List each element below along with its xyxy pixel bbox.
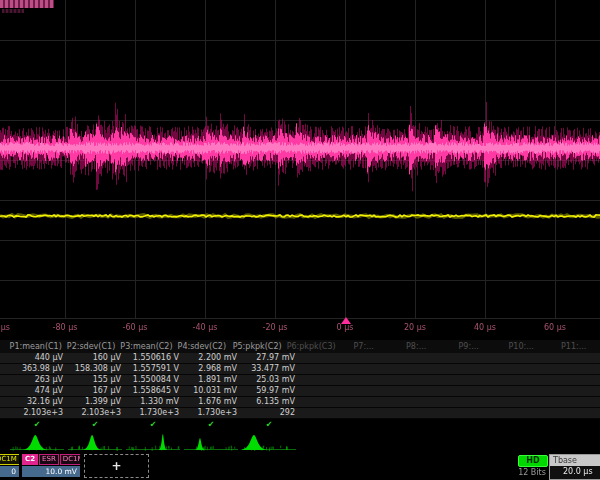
measurement-header[interactable]: P1:mean(C1) <box>8 340 63 353</box>
measurement-value: 1.730e+3 <box>124 408 182 418</box>
time-axis-label: 40 µs <box>474 323 496 332</box>
measure-table-row: 474 µV167 µV1.558645 V10.031 mV59.97 mV <box>0 386 600 397</box>
time-axis-label: -40 µs <box>193 323 218 332</box>
time-axis-label: 0 µs <box>337 323 354 332</box>
measurement-header-dim[interactable]: P11:... <box>547 340 600 353</box>
measurement-value: 1.730e+3 <box>182 408 240 418</box>
measure-table: P1:mean(C1)P2:sdev(C1)P3:mean(C2)P4:sdev… <box>0 340 600 431</box>
time-axis-label: -60 µs <box>123 323 148 332</box>
measurement-header[interactable]: P5:pkpk(C2) <box>230 340 285 353</box>
measure-table-row: 263 µV155 µV1.550084 V1.891 mV25.03 mV <box>0 375 600 386</box>
measurement-value: 160 µV <box>66 353 124 363</box>
measurement-value: 27.97 mV <box>240 353 298 363</box>
timebase-descriptor[interactable]: Tbase 20.0 µs <box>549 454 600 480</box>
measurement-value: 440 µV <box>8 353 66 363</box>
measurement-value: 25.03 mV <box>240 375 298 385</box>
measurement-value: 1.550616 V <box>124 353 182 363</box>
waveform-grid[interactable] <box>0 0 600 320</box>
plus-icon: + <box>111 459 121 473</box>
measure-table-row: 32.16 µV1.399 µV1.330 mV1.676 mV6.135 mV <box>0 397 600 408</box>
channel-c1-descriptor[interactable]: DC1M 0 mV <box>0 454 19 478</box>
measurement-header[interactable]: P2:sdev(C1) <box>63 340 118 353</box>
measurement-value: 263 µV <box>8 375 66 385</box>
measurement-value: 6.135 mV <box>240 397 298 407</box>
measurement-value: 158.308 µV <box>66 364 124 374</box>
measurement-value: 1.891 mV <box>182 375 240 385</box>
measurement-value: 32.16 µV <box>8 397 66 407</box>
trace-annotation-label <box>0 0 54 8</box>
time-axis-label: -20 µs <box>263 323 288 332</box>
hd-bits-label: 12 Bits <box>513 468 551 477</box>
time-axis-label: -80 µs <box>53 323 78 332</box>
measurement-value: 1.676 mV <box>182 397 240 407</box>
measure-table-row: 363.98 µV158.308 µV1.557591 V2.968 mV33.… <box>0 364 600 375</box>
timebase-scale-value: 20.0 µs <box>550 466 600 478</box>
time-axis-label: -100 µs <box>0 323 10 332</box>
time-axis-label: 20 µs <box>404 323 426 332</box>
measurement-header[interactable]: P3:mean(C2) <box>119 340 174 353</box>
measurement-value: 59.97 mV <box>240 386 298 396</box>
measurement-value: 1.399 µV <box>66 397 124 407</box>
timebase-title: Tbase <box>550 455 600 466</box>
measurement-value: 2.103e+3 <box>8 408 66 418</box>
measurement-value: 474 µV <box>8 386 66 396</box>
measurement-value: 2.103e+3 <box>66 408 124 418</box>
channel-c2-descriptor[interactable]: C2 ESR DC1M 10.0 mV <box>22 454 80 478</box>
measurement-header-dim[interactable]: P9:... <box>442 340 495 353</box>
measurement-histicons[interactable] <box>0 428 600 452</box>
measure-table-header-row: P1:mean(C1)P2:sdev(C1)P3:mean(C2)P4:sdev… <box>0 340 600 353</box>
measure-table-row: 2.103e+32.103e+31.730e+31.730e+3292 <box>0 408 600 419</box>
measurement-value: 2.200 mV <box>182 353 240 363</box>
measurement-value: 1.558645 V <box>124 386 182 396</box>
measurement-header-dim[interactable]: P7:... <box>337 340 390 353</box>
c2-scale-value: 10.0 mV <box>22 466 80 477</box>
measurement-value: 1.557591 V <box>124 364 182 374</box>
c2-channel-badge: C2 <box>22 454 38 465</box>
time-axis-label: 60 µs <box>544 323 566 332</box>
measurement-value: 167 µV <box>66 386 124 396</box>
measurement-value: 363.98 µV <box>8 364 66 374</box>
measurement-value: 1.550084 V <box>124 375 182 385</box>
add-trace-button[interactable]: + <box>84 454 149 478</box>
c2-coupling-badge: DC1M <box>60 454 80 465</box>
measurement-value: 33.477 mV <box>240 364 298 374</box>
c1-scale-value: 0 mV <box>0 466 19 477</box>
measurement-value: 1.330 mV <box>124 397 182 407</box>
measurement-header-dim[interactable]: P6:pkpk(C3) <box>285 340 338 353</box>
measurement-header-dim[interactable]: P8:... <box>390 340 443 353</box>
measurement-value: 10.031 mV <box>182 386 240 396</box>
measurement-value: 2.968 mV <box>182 364 240 374</box>
measurement-header[interactable]: P4:sdev(C2) <box>174 340 229 353</box>
trace-annotation-sub <box>2 9 24 13</box>
c2-esr-badge: ESR <box>39 454 59 465</box>
time-axis: -100 µs-80 µs-60 µs-40 µs-20 µs0 µs20 µs… <box>0 320 600 338</box>
descriptor-bar: DC1M 0 mV C2 ESR DC1M 10.0 mV + HD 12 Bi… <box>0 453 600 480</box>
measurement-header-dim[interactable]: P10:... <box>495 340 548 353</box>
measurement-value: 292 <box>240 408 298 418</box>
c1-coupling-badge: DC1M <box>0 454 19 465</box>
oscilloscope-screen: -100 µs-80 µs-60 µs-40 µs-20 µs0 µs20 µs… <box>0 0 600 480</box>
measure-table-body: 440 µV160 µV1.550616 V2.200 mV27.97 mV36… <box>0 353 600 419</box>
measurement-value: 155 µV <box>66 375 124 385</box>
hd-mode-badge[interactable]: HD <box>518 455 548 467</box>
waveform-canvas[interactable] <box>0 0 600 320</box>
measure-table-row: 440 µV160 µV1.550616 V2.200 mV27.97 mV <box>0 353 600 364</box>
